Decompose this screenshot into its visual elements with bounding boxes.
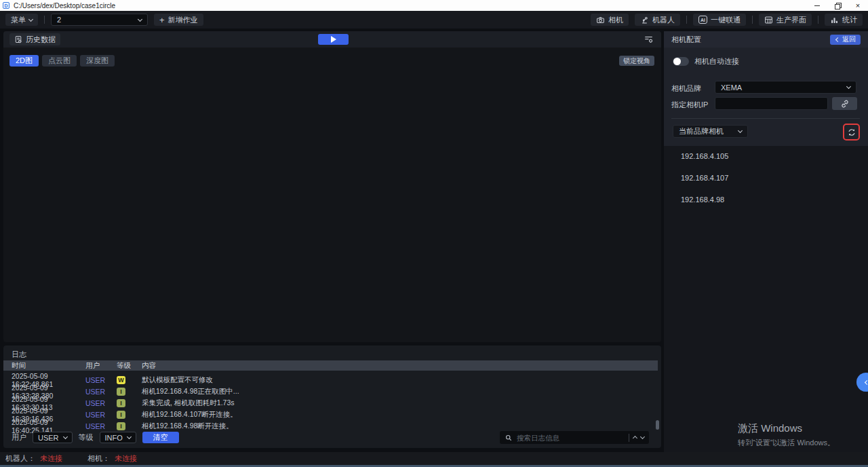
robot-button[interactable]: 机器人: [635, 14, 680, 26]
separator: [686, 16, 687, 24]
history-data-label: 历史数据: [26, 35, 56, 45]
camera-ip-field-wrap: [715, 97, 828, 110]
camera-list-section: 192.168.4.105 192.168.4.107 192.168.4.98…: [664, 146, 868, 452]
bar-chart-icon: [830, 16, 839, 24]
search-input[interactable]: [517, 434, 625, 442]
chevron-down-icon: [846, 84, 851, 89]
restore-icon: [835, 3, 841, 9]
camera-panel-title: 相机配置: [671, 35, 701, 45]
title-bar: D C:/Users/dex/Desktop/case1circle ×: [0, 0, 868, 11]
minimize-button[interactable]: [807, 0, 827, 11]
log-row: 2025-05-09 16:22:48,861 USER W 默认模板配置不可修…: [3, 372, 653, 384]
log-row: 2025-05-09 16:39:16,436 USER I 相机192.168…: [3, 407, 653, 418]
log-table: 2025-05-09 16:22:48,861 USER W 默认模板配置不可修…: [3, 372, 653, 430]
camera-status-value: 未连接: [115, 453, 137, 464]
log-user: USER: [85, 376, 117, 384]
close-button[interactable]: ×: [848, 0, 868, 11]
camera-ip-item[interactable]: 192.168.4.98: [681, 195, 868, 204]
log-row: 2025-05-09 16:33:28,380 USER I 相机192.168…: [3, 384, 653, 395]
current-brand-value: 当前品牌相机: [679, 126, 724, 136]
camera-config-panel: 相机配置 返回 相机自动连接 相机品牌 XEMA 指定相机IP: [664, 31, 868, 452]
log-col-level: 等级: [117, 361, 142, 371]
camera-button[interactable]: 相机: [591, 14, 629, 26]
camera-ip-list: 192.168.4.105 192.168.4.107 192.168.4.98: [664, 146, 868, 204]
log-col-user: 用户: [85, 361, 117, 371]
log-table-header: 时间 用户 等级 内容: [3, 360, 658, 371]
level-filter-select[interactable]: INFO: [100, 432, 136, 443]
menu-button[interactable]: 菜单: [5, 14, 38, 26]
log-panel: 日志 时间 用户 等级 内容 2025-05-09 16:22:48,861 U…: [3, 345, 661, 448]
new-job-button[interactable]: + 新增作业: [154, 14, 203, 26]
camera-ip-input[interactable]: [721, 100, 822, 108]
chevron-left-icon: [864, 379, 868, 384]
tab-point-cloud[interactable]: 点云图: [42, 55, 77, 67]
log-user: USER: [85, 399, 117, 407]
user-filter-label: 用户: [12, 432, 26, 443]
log-scrollbar-thumb[interactable]: [656, 420, 659, 430]
log-level-badge: I: [117, 399, 125, 407]
toolbar: 菜单 2 + 新增作业 相机 机器人 AI 一键联通: [0, 11, 868, 29]
robot-status-value: 未连接: [40, 453, 62, 464]
chevron-down-icon: [127, 434, 132, 439]
current-brand-select[interactable]: 当前品牌相机: [673, 125, 748, 138]
user-filter-value: USER: [38, 434, 59, 442]
tab-depth-map[interactable]: 深度图: [80, 55, 115, 67]
camera-status-label: 相机：: [87, 453, 110, 464]
log-user: USER: [85, 411, 117, 419]
robot-status-label: 机器人：: [5, 453, 35, 464]
brand-select[interactable]: XEMA: [715, 81, 856, 94]
back-button-label: 返回: [842, 35, 856, 44]
chevron-down-icon: [138, 16, 142, 21]
search-prev-button[interactable]: [633, 436, 637, 441]
history-data-tab[interactable]: 历史数据: [9, 33, 60, 45]
one-key-link-button[interactable]: AI 一键联通: [693, 14, 746, 26]
camera-config-section: 相机自动连接 相机品牌 XEMA 指定相机IP 当前品牌相机: [664, 48, 868, 146]
log-level-badge: I: [117, 422, 125, 430]
brand-select-value: XEMA: [721, 83, 742, 92]
auto-connect-toggle[interactable]: [673, 57, 689, 66]
play-button[interactable]: [318, 34, 349, 45]
back-button[interactable]: 返回: [830, 35, 861, 45]
separator: [752, 16, 753, 24]
statistics-button[interactable]: 统计: [825, 14, 863, 26]
watermark-line1: 激活 Windows: [738, 422, 835, 435]
clear-log-button[interactable]: 清空: [142, 432, 179, 443]
level-filter-value: INFO: [105, 434, 123, 442]
job-select-value: 2: [57, 16, 61, 24]
camera-icon: [596, 16, 605, 24]
camera-ip-label: 指定相机IP: [671, 100, 708, 110]
window-controls: ×: [807, 0, 868, 11]
user-filter-select[interactable]: USER: [33, 432, 73, 443]
history-panel-header: 历史数据: [3, 31, 661, 48]
robot-button-label: 机器人: [652, 15, 675, 25]
separator: [818, 16, 818, 24]
restore-button[interactable]: [827, 0, 848, 11]
camera-ip-item[interactable]: 192.168.4.105: [681, 152, 868, 160]
refresh-camera-list-button[interactable]: [843, 124, 860, 141]
history-data-icon: [14, 35, 22, 43]
status-bar: 机器人： 未连接 相机： 未连接: [0, 452, 868, 465]
log-col-time: 时间: [12, 361, 85, 371]
back-chevron-icon: [835, 37, 840, 41]
log-content: 相机192.168.4.98断开连接。: [142, 422, 653, 431]
divider: [671, 118, 860, 119]
search-next-button[interactable]: [640, 434, 645, 439]
lock-view-button[interactable]: 锁定视角: [619, 56, 654, 66]
filter-settings-button[interactable]: [642, 34, 654, 45]
app-window: D C:/Users/dex/Desktop/case1circle × 菜单 …: [0, 0, 868, 467]
close-icon: ×: [856, 2, 860, 10]
ai-icon: AI: [698, 16, 707, 24]
separator: [629, 434, 629, 442]
job-select[interactable]: 2: [51, 14, 148, 26]
tab-2d-image[interactable]: 2D图: [9, 55, 39, 67]
chevron-down-icon: [738, 128, 743, 133]
connect-ip-button[interactable]: [832, 97, 857, 110]
log-content: 相机192.168.4.107断开连接。: [142, 410, 653, 419]
chevron-down-icon: [63, 434, 68, 439]
production-view-button[interactable]: 生产界面: [759, 14, 812, 26]
camera-ip-item[interactable]: 192.168.4.107: [681, 174, 868, 182]
refresh-icon: [847, 128, 856, 137]
log-row: 2025-05-09 16:33:30,113 USER I 采集完成, 相机取…: [3, 395, 653, 407]
statistics-label: 统计: [842, 15, 857, 25]
log-level-badge: I: [117, 411, 125, 419]
